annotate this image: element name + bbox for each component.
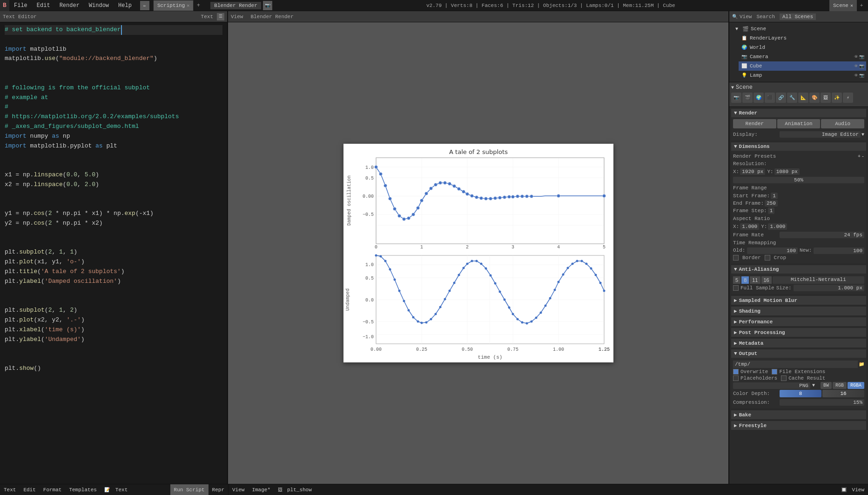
plt-show-label[interactable]: plt_show [283,484,316,495]
all-scenes-selector[interactable]: All Scenes [780,13,816,20]
placeholders-checkbox[interactable] [733,375,739,381]
render-button[interactable]: Render [733,119,776,128]
scene-tab-add[interactable]: + [857,0,866,11]
text-menu[interactable]: Text [0,484,20,495]
cache-result-checkbox[interactable] [781,375,787,381]
full-sample-checkbox[interactable] [733,285,739,291]
scene-tree-item-cube[interactable]: ⬜ Cube 👁 📷 [739,61,866,71]
scene-tree-item-lamp[interactable]: 💡 Lamp 👁 📷 [739,71,866,80]
color-depth-16[interactable]: 16 [822,390,864,397]
display-value[interactable]: Image Editor [780,131,861,138]
render-props-icon[interactable]: 📷 [731,93,741,103]
menu-window[interactable]: Window [84,0,114,11]
text-selector-value[interactable]: Text [112,484,131,495]
menu-edit[interactable]: Edit [32,0,55,11]
rgb-btn[interactable]: RGB [833,382,847,389]
image-name[interactable]: Image* [248,484,274,495]
audio-button[interactable]: Audio [821,119,864,128]
view-menu[interactable]: View [740,14,752,20]
tab-scripting[interactable]: Scripting ✕ [153,0,194,11]
compression-value[interactable]: 15% [780,399,864,406]
modifier-props-icon[interactable]: 🔧 [787,93,797,103]
freestyle-header[interactable]: ▶ Freestyle [731,421,866,430]
lamp-render-icon[interactable]: 📷 [859,73,864,78]
camera-render-icon[interactable]: 📷 [859,54,864,60]
scene-tab-close[interactable]: ✕ [850,3,853,8]
data-props-icon[interactable]: 📐 [798,93,808,103]
color-depth-8[interactable]: 8 [780,390,821,397]
animation-button[interactable]: Animation [777,119,821,128]
format-value[interactable]: PNG [733,382,810,389]
aa-sample-11[interactable]: 11 [750,276,760,284]
aspect-x-value[interactable]: 1.000 [740,223,759,230]
scene-tree-item-renderlayers[interactable]: 📋 RenderLayers [739,33,866,43]
templates-menu[interactable]: Templates [65,484,100,495]
repr-item[interactable]: Repr [209,484,228,495]
object-props-icon[interactable]: ⬛ [765,93,775,103]
aa-sample-16[interactable]: 16 [761,276,772,284]
particles-props-icon[interactable]: ✨ [832,93,842,103]
camera-visibility-icon[interactable]: 👁 [854,54,858,60]
script-content[interactable]: # set backend to backend_blender import … [0,22,227,484]
image-view-menu[interactable]: View [229,484,248,495]
end-frame-value[interactable]: 250 [765,200,778,207]
menu-file[interactable]: File [9,0,32,11]
new-value[interactable]: 100 [814,248,864,254]
display-dropdown-icon[interactable]: ▼ [861,132,864,137]
fps-value[interactable]: 24 fps [780,232,864,238]
res-x-value[interactable]: 1920 px [740,168,765,175]
presets-plus-icon[interactable]: + [858,154,861,159]
menu-help[interactable]: Help [114,0,136,11]
file-ext-checkbox[interactable] [772,369,777,375]
size-value[interactable]: 1.000 px [794,285,864,291]
start-frame-value[interactable]: 1 [771,193,778,199]
tab-scripting-close[interactable]: ✕ [187,3,189,8]
render-section-header[interactable]: ▼ Render [731,109,866,117]
crop-checkbox[interactable] [765,255,770,261]
run-script-button[interactable]: Run Script [170,484,209,495]
metadata-header[interactable]: ▶ Metadata [731,339,866,348]
editor-type-icon[interactable]: ✏️ [140,1,149,10]
material-props-icon[interactable]: 🎨 [809,93,820,103]
res-pct-value[interactable]: 50% [733,177,864,183]
world-props-icon[interactable]: 🌍 [754,93,764,103]
menu-render[interactable]: Render [55,0,84,11]
presets-minus-icon[interactable]: - [861,154,864,159]
bw-btn[interactable]: BW [821,382,832,389]
scene-tab[interactable]: Scene ✕ [829,0,857,11]
frame-step-value[interactable]: 1 [768,207,775,214]
performance-header[interactable]: ▶ Performance [731,317,866,326]
output-path-value[interactable]: /tmp/ [733,361,858,368]
bake-header[interactable]: ▶ Bake [731,410,866,419]
scene-props-icon[interactable]: 🎬 [742,93,753,103]
texture-props-icon[interactable]: 🖼 [821,93,831,103]
render-engine-selector[interactable]: Blender Render [210,2,261,9]
post-processing-header[interactable]: ▶ Post Processing [731,328,866,337]
format-menu[interactable]: Format [40,484,66,495]
border-checkbox[interactable] [733,255,739,261]
shading-header[interactable]: ▶ Shading [731,307,866,315]
aa-filter-value[interactable]: Mitchell-Netravali [773,276,864,284]
physics-props-icon[interactable]: ⚡ [843,93,853,103]
overwrite-checkbox[interactable] [733,369,739,375]
dimensions-header[interactable]: ▼ Dimensions [731,142,866,151]
aspect-y-value[interactable]: 1.000 [768,223,787,230]
output-header[interactable]: ▼ Output [731,349,866,358]
scene-tree-item-camera[interactable]: 📷 Camera 👁 📷 [739,52,866,61]
anti-aliasing-header[interactable]: ▼ Anti-Aliasing [731,265,866,274]
line-numbers-toggle[interactable]: ☰ [217,13,224,20]
scene-tree-item-scene[interactable]: ▼ 🎬 Scene [731,24,866,33]
aa-sample-5[interactable]: 5 [733,276,740,284]
motion-blur-header[interactable]: ▶ Sampled Motion Blur [731,296,866,305]
rgba-btn[interactable]: RGBA [848,382,864,389]
cube-visibility-icon[interactable]: 👁 [854,64,858,69]
edit-menu[interactable]: Edit [20,484,39,495]
scene-tree-item-world[interactable]: 🌍 World [739,43,866,52]
tab-add[interactable]: + [194,0,203,11]
aa-sample-8[interactable]: 8 [741,276,749,284]
output-path-browse-icon[interactable]: 📁 [859,361,864,367]
search-menu[interactable]: Search [756,14,775,20]
constraint-props-icon[interactable]: 🔗 [776,93,786,103]
lamp-visibility-icon[interactable]: 👁 [854,73,858,78]
view-3d-label[interactable]: View [848,484,868,495]
